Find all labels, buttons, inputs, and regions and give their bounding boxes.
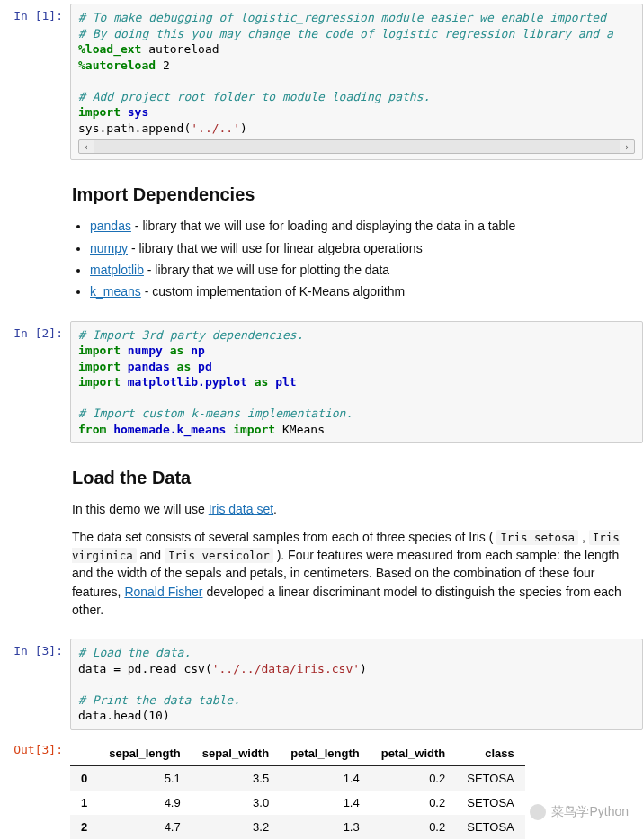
watermark-text: 菜鸟学Python xyxy=(551,804,629,820)
table-cell: 3.0 xyxy=(192,791,280,815)
list-item-desc: - custom implementation of K-Means algor… xyxy=(141,284,405,299)
output-cell-3: Out[3]: sepal_length sepal_width petal_l… xyxy=(0,734,643,840)
code-keyword: from xyxy=(78,423,106,436)
code-text: sys.path.append( xyxy=(78,121,191,135)
code-keyword: as xyxy=(170,344,184,357)
code-name: pandas xyxy=(128,360,170,373)
code-text: 2 xyxy=(156,58,170,72)
code-name: sys xyxy=(121,105,148,119)
code-keyword: as xyxy=(255,375,269,389)
table-header-row: sepal_length sepal_width petal_length pe… xyxy=(70,741,525,766)
code-keyword: import xyxy=(78,375,121,389)
horizontal-scrollbar[interactable]: ‹ › xyxy=(78,139,635,154)
code-cell-1: In [1]: # To make debugging of logistic_… xyxy=(0,0,643,164)
input-prompt: In [1]: xyxy=(0,4,70,160)
list-item-desc: - library that we will use for linear al… xyxy=(128,241,423,255)
table-cell: 1.3 xyxy=(280,815,371,839)
input-prompt: In [3]: xyxy=(0,639,70,730)
heading-load-data: Load the Data xyxy=(72,465,641,491)
link-ronald-fisher[interactable]: Ronald Fisher xyxy=(124,585,202,599)
inline-code: Iris versicolor xyxy=(165,548,273,563)
code-cell-2: In [2]: # Import 3rd party dependencies.… xyxy=(0,317,643,448)
link-iris-dataset[interactable]: Iris data set xyxy=(209,502,273,516)
code-name: plt xyxy=(275,375,296,389)
code-comment: # Add project root folder to module load… xyxy=(78,90,430,103)
scroll-right-icon[interactable]: › xyxy=(620,141,634,154)
table-cell: 0.2 xyxy=(371,791,457,815)
heading-import-dependencies: Import Dependencies xyxy=(72,182,641,208)
table-cell: SETOSA xyxy=(456,815,525,839)
scroll-left-icon[interactable]: ‹ xyxy=(79,141,94,154)
text: and xyxy=(137,548,165,562)
code-text: KMeans xyxy=(282,423,325,436)
list-item: matplotlib - library that we will use fo… xyxy=(90,261,641,279)
code-body[interactable]: # Import 3rd party dependencies. import … xyxy=(70,321,643,444)
list-item: numpy - library that we will use for lin… xyxy=(90,239,641,257)
table-cell: 3.5 xyxy=(192,765,280,791)
code-body[interactable]: # Load the data. data = pd.read_csv('../… xyxy=(70,639,643,730)
table-cell: 1.4 xyxy=(280,791,371,815)
table-cell: SETOSA xyxy=(456,791,525,815)
table-row: 24.73.21.30.2SETOSA xyxy=(70,815,525,839)
list-item: k_means - custom implementation of K-Mea… xyxy=(90,282,641,300)
code-text: data.head(10) xyxy=(78,709,170,722)
text: , xyxy=(578,530,589,544)
paragraph: In this demo we will use Iris data set. xyxy=(72,500,641,518)
text: The data set consists of several samples… xyxy=(72,530,496,544)
code-string: '../..' xyxy=(191,121,240,135)
dataframe-table: sepal_length sepal_width petal_length pe… xyxy=(70,741,525,839)
code-text: ) xyxy=(360,662,367,675)
text: In this demo we will use xyxy=(72,502,209,516)
code-magic: %autoreload xyxy=(78,58,156,72)
code-keyword: import xyxy=(78,360,121,373)
code-cell-3: In [3]: # Load the data. data = pd.read_… xyxy=(0,635,643,734)
code-name: homemade.k_means xyxy=(113,423,226,436)
table-cell: 1.4 xyxy=(280,765,371,791)
markdown-body: Import Dependencies pandas - library tha… xyxy=(70,167,643,313)
table-header xyxy=(70,741,98,766)
inline-code: Iris setosa xyxy=(496,530,578,545)
code-keyword: import xyxy=(233,423,275,436)
code-name: matplotlib.pyplot xyxy=(128,375,247,389)
input-prompt: In [2]: xyxy=(0,321,70,444)
table-header: petal_length xyxy=(280,741,371,766)
row-index: 0 xyxy=(70,765,98,791)
list-item-desc: - library that we will use for plotting … xyxy=(144,263,389,277)
code-comment: # By doing this you may change the code … xyxy=(78,27,613,40)
code-keyword: as xyxy=(177,360,192,373)
code-comment: # To make debugging of logistic_regressi… xyxy=(78,11,613,24)
table-header: sepal_width xyxy=(192,741,280,766)
table-cell: 0.2 xyxy=(371,765,457,791)
table-cell: 3.2 xyxy=(192,815,280,839)
code-name: pd xyxy=(198,360,212,373)
scroll-track[interactable] xyxy=(94,140,620,153)
link-matplotlib[interactable]: matplotlib xyxy=(90,263,144,277)
table-row: 05.13.51.40.2SETOSA xyxy=(70,765,525,791)
link-pandas[interactable]: pandas xyxy=(90,219,131,233)
code-comment: # Import 3rd party dependencies. xyxy=(78,328,303,342)
code-string: '../../data/iris.csv' xyxy=(212,662,360,675)
watermark-icon xyxy=(530,804,546,820)
dependency-list: pandas - library that we will use for lo… xyxy=(90,217,641,300)
paragraph: The data set consists of several samples… xyxy=(72,528,641,619)
code-body[interactable]: # To make debugging of logistic_regressi… xyxy=(70,4,643,160)
code-comment: # Import custom k-means implementation. xyxy=(78,407,353,420)
row-index: 1 xyxy=(70,791,98,815)
table-cell: SETOSA xyxy=(456,765,525,791)
table-cell: 0.2 xyxy=(371,815,457,839)
empty-prompt xyxy=(0,451,70,631)
link-numpy[interactable]: numpy xyxy=(90,241,128,255)
row-index: 2 xyxy=(70,815,98,839)
output-body: sepal_length sepal_width petal_length pe… xyxy=(70,737,643,839)
code-keyword: import xyxy=(78,344,121,357)
code-name: np xyxy=(191,344,205,357)
table-row: 14.93.01.40.2SETOSA xyxy=(70,791,525,815)
markdown-body: Load the Data In this demo we will use I… xyxy=(70,451,643,631)
code-name: numpy xyxy=(128,344,163,357)
link-kmeans[interactable]: k_means xyxy=(90,284,141,299)
watermark: 菜鸟学Python xyxy=(530,804,629,820)
code-keyword: import xyxy=(78,105,121,119)
code-comment: # Load the data. xyxy=(78,646,191,659)
code-magic: %load_ext xyxy=(78,42,141,56)
table-cell: 4.7 xyxy=(98,815,191,839)
